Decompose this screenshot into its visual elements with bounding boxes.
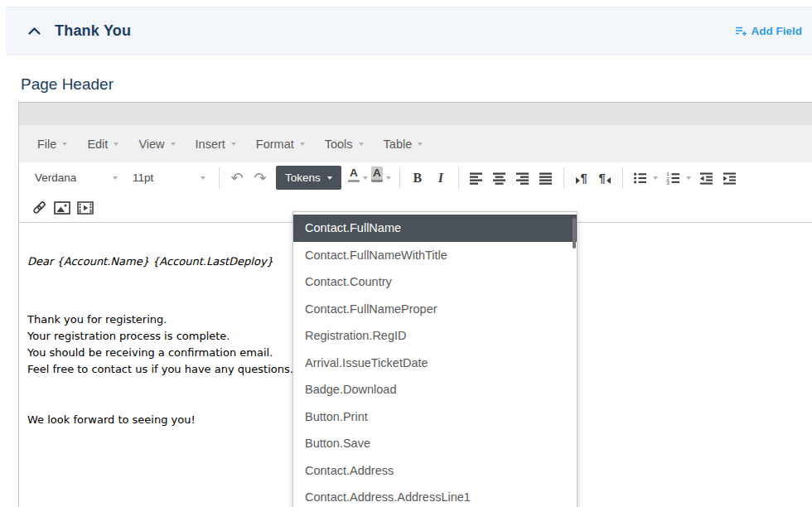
editor-top-band <box>19 103 812 125</box>
token-menu-item[interactable]: Button.Print <box>293 403 577 431</box>
add-field-icon <box>735 26 747 36</box>
align-right-button[interactable] <box>511 167 534 190</box>
toolbar-separator <box>563 167 564 189</box>
toolbar-separator <box>219 167 220 189</box>
svg-text:3: 3 <box>667 181 670 185</box>
numbered-list-button[interactable]: 123 <box>662 167 685 190</box>
chevron-down-icon <box>113 176 118 180</box>
redo-button[interactable]: ↷ <box>249 167 272 190</box>
chevron-down-icon <box>327 176 332 180</box>
token-menu-item[interactable]: Contact.FullName <box>293 215 577 242</box>
bullet-list-button[interactable] <box>629 167 652 190</box>
rtl-direction-button[interactable]: ¶ <box>593 167 616 190</box>
token-menu-item[interactable]: Contact.FullNameProper <box>293 296 577 323</box>
chevron-down-icon[interactable] <box>653 176 658 180</box>
tokens-dropdown-menu: Contact.FullName Contact.FullNameWithTit… <box>292 211 578 507</box>
rtl-triangle-icon <box>607 177 611 184</box>
background-color-button[interactable]: A <box>370 167 394 190</box>
align-center-button[interactable] <box>488 167 511 190</box>
chevron-down-icon <box>62 142 67 146</box>
chevron-down-icon <box>171 142 176 146</box>
toolbar-separator <box>622 167 623 189</box>
page-title: Thank You <box>55 22 131 40</box>
tokens-dropdown-button[interactable]: Tokens <box>276 166 341 190</box>
image-icon <box>54 201 70 215</box>
token-menu-item[interactable]: Button.Save <box>293 430 577 457</box>
section-panel-header: Thank You Add Field <box>6 7 812 55</box>
insert-media-button[interactable] <box>74 196 97 220</box>
token-menu-item[interactable]: Badge.Download <box>293 376 577 403</box>
media-icon <box>77 201 94 215</box>
menu-file[interactable]: File <box>27 125 77 162</box>
chevron-down-icon <box>231 142 236 146</box>
token-menu-item[interactable]: Arrival.IssueTicketDate <box>293 350 577 377</box>
menu-view[interactable]: View <box>128 125 185 162</box>
token-menu-item[interactable]: Contact.FullNameWithTitle <box>293 242 577 269</box>
undo-button[interactable]: ↶ <box>225 167 249 190</box>
italic-button[interactable]: I <box>429 167 452 190</box>
chevron-down-icon <box>386 176 391 180</box>
menu-table[interactable]: Table <box>374 125 433 162</box>
collapse-chevron-icon[interactable] <box>28 27 41 35</box>
editor-toolbar: Verdana 11pt ↶ ↷ Tokens A A B I <box>19 162 812 193</box>
add-field-button[interactable]: Add Field <box>735 25 803 37</box>
dropdown-scrollbar[interactable] <box>573 218 576 249</box>
align-justify-button[interactable] <box>534 167 558 190</box>
indent-button[interactable] <box>718 167 742 190</box>
ltr-direction-button[interactable]: ¶ <box>570 167 593 190</box>
align-left-button[interactable] <box>465 167 488 190</box>
insert-image-button[interactable] <box>51 196 74 220</box>
outdent-button[interactable] <box>695 167 718 190</box>
section-title: Page Header <box>21 75 114 94</box>
toolbar-separator <box>458 167 459 189</box>
chevron-down-icon <box>201 176 205 180</box>
chevron-down-icon <box>114 142 118 146</box>
add-field-label: Add Field <box>752 25 803 37</box>
font-size-select[interactable]: 11pt <box>125 167 213 190</box>
token-menu-item[interactable]: Contact.Address.AddressLine1 <box>293 484 577 507</box>
ltr-triangle-icon <box>576 177 580 184</box>
token-menu-item[interactable]: Registration.RegID <box>293 322 577 350</box>
toolbar-separator <box>399 167 400 189</box>
chevron-down-icon[interactable] <box>686 176 691 180</box>
chevron-down-icon <box>363 176 368 180</box>
menu-insert[interactable]: Insert <box>186 125 246 162</box>
menu-edit[interactable]: Edit <box>77 125 128 162</box>
chevron-down-icon <box>359 142 364 146</box>
token-menu-item[interactable]: Contact.Country <box>293 268 577 296</box>
chevron-down-icon <box>300 142 305 146</box>
text-color-button[interactable]: A <box>347 167 370 190</box>
token-menu-item[interactable]: Contact.Address <box>293 457 577 485</box>
pilcrow-icon: ¶ <box>581 171 587 185</box>
pilcrow-icon: ¶ <box>599 171 606 185</box>
editor-menubar: File Edit View Insert Format Tools Table <box>19 125 812 162</box>
insert-link-button[interactable] <box>27 196 51 220</box>
bold-button[interactable]: B <box>406 167 429 190</box>
link-icon <box>31 200 47 215</box>
menu-format[interactable]: Format <box>246 125 315 162</box>
chevron-down-icon <box>418 142 423 146</box>
menu-tools[interactable]: Tools <box>315 125 374 162</box>
font-family-select[interactable]: Verdana <box>27 167 125 190</box>
